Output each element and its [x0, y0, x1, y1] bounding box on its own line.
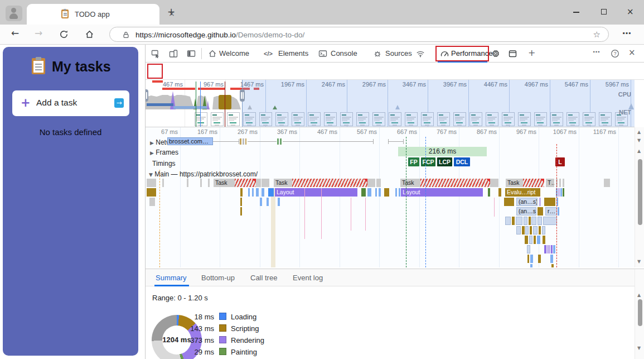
network-wifi-icon[interactable]	[415, 49, 424, 58]
flame-bar-anon[interactable]: (an…s)	[516, 207, 536, 216]
flame-bar-purplelt[interactable]	[539, 198, 541, 206]
flame-bar-script[interactable]	[538, 255, 541, 263]
browser-menu-icon[interactable]: …	[622, 26, 631, 36]
flame-bar-hatch[interactable]	[292, 179, 367, 187]
devtools-close-icon[interactable]: ×	[628, 47, 636, 58]
flame-bar-hatch[interactable]	[235, 179, 256, 187]
frames-track-label[interactable]: ▶ Frames	[150, 149, 178, 156]
flame-bar-purple[interactable]	[551, 245, 553, 253]
profile-avatar-icon[interactable]	[6, 6, 22, 21]
selection-handle-left[interactable]	[146, 89, 148, 102]
flame-bar-script[interactable]	[544, 198, 555, 206]
scroll-up-icon[interactable]: ▲	[637, 149, 641, 154]
flame-bar-anon[interactable]	[529, 236, 532, 244]
flame-bar-blue[interactable]	[367, 188, 371, 197]
flame-bar-blue[interactable]	[262, 188, 264, 197]
flame-bar-script[interactable]: Evalu…ript	[505, 188, 540, 197]
flame-bar-green[interactable]	[361, 188, 366, 197]
flame-bar-blue[interactable]	[267, 198, 269, 206]
flame-bar-script[interactable]	[512, 217, 515, 225]
screenshot-thumbnail[interactable]	[195, 112, 207, 126]
maximize-button[interactable]	[601, 9, 607, 15]
flame-bar-anon[interactable]	[516, 217, 522, 225]
flame-bar-anon[interactable]	[524, 217, 527, 225]
flame-bar-anon[interactable]	[527, 245, 530, 253]
forward-button[interactable]: →	[35, 27, 42, 39]
flame-bar-anon[interactable]	[531, 217, 536, 225]
flame-bar-blue[interactable]	[530, 264, 532, 267]
flame-bar-task[interactable]: T…	[546, 179, 554, 187]
flame-bar-blue[interactable]	[248, 188, 250, 197]
device-emulation-icon[interactable]	[169, 49, 178, 58]
window-close-button[interactable]: ×	[627, 7, 634, 17]
scroll-up-icon[interactable]: ▲	[637, 293, 641, 298]
timing-badge-lcp[interactable]: LCP	[437, 157, 452, 166]
timing-badge-fcp[interactable]: FCP	[421, 157, 435, 166]
flame-bar-task[interactable]	[147, 179, 156, 187]
tab-elements[interactable]: Elements	[278, 49, 308, 58]
drawer-tab-event-log[interactable]: Event log	[293, 274, 323, 282]
flame-bar-task[interactable]	[563, 179, 564, 187]
flame-bar-task[interactable]	[200, 179, 202, 187]
address-bar[interactable]: https://microsoftedge.github.io/Demos/de…	[109, 27, 609, 42]
flame-bar-blue[interactable]	[537, 236, 540, 244]
favorites-star-icon[interactable]: ☆	[593, 30, 601, 40]
flame-bar-script[interactable]	[522, 226, 525, 234]
minimize-button[interactable]	[573, 12, 579, 13]
flame-bar-blue[interactable]	[553, 245, 555, 253]
inspect-element-icon[interactable]	[151, 49, 160, 58]
flame-bar-layout[interactable]: Layout	[401, 188, 483, 197]
flame-bar-anon[interactable]	[505, 217, 511, 225]
flame-bar-purple[interactable]	[544, 245, 546, 253]
scrollbar-thumb[interactable]	[638, 299, 642, 326]
flame-bar-blue[interactable]	[256, 188, 259, 197]
drawer-tab-call-tree[interactable]: Call tree	[250, 274, 277, 282]
flame-bar-layout[interactable]: Layout	[275, 188, 357, 197]
flame-bar-script[interactable]	[498, 188, 501, 197]
timing-badge-dcl[interactable]: DCL	[454, 157, 470, 166]
add-task-input[interactable]: + Add a task →	[12, 90, 129, 116]
flame-bar-task[interactable]	[559, 179, 561, 187]
drawer-tab-summary[interactable]: Summary	[156, 274, 187, 282]
flame-bar-script[interactable]	[525, 236, 528, 244]
dock-layout-icon[interactable]	[187, 49, 196, 58]
flame-bar-blue[interactable]	[560, 188, 562, 197]
flame-bar-script[interactable]	[240, 188, 243, 197]
flame-bar-anon[interactable]	[516, 226, 521, 234]
tab-sources[interactable]: Sources	[385, 49, 412, 58]
flame-bar-task[interactable]	[262, 179, 269, 187]
flame-bar-purplelt[interactable]	[558, 188, 560, 197]
main-track-label[interactable]: ▼ Main — https://patrickbrosset.com/	[149, 170, 258, 178]
flame-bar-task[interactable]	[376, 179, 381, 187]
flame-bar-blue[interactable]	[395, 188, 397, 197]
screenshot-thumbnail[interactable]	[227, 112, 240, 126]
flame-bar-script[interactable]	[504, 198, 514, 206]
flame-bar-blue[interactable]	[260, 198, 262, 206]
devtools-menu-icon[interactable]: …	[593, 46, 600, 54]
flame-bar-green[interactable]	[563, 188, 564, 197]
help-icon[interactable]: ?	[611, 49, 619, 58]
scroll-down-icon[interactable]: ▼	[637, 346, 641, 351]
flame-bar-anon[interactable]: r…	[545, 207, 557, 216]
flame-bar-anon[interactable]	[533, 226, 538, 234]
more-tabs-button[interactable]: +	[528, 47, 535, 58]
flame-bar-task[interactable]	[162, 179, 164, 187]
tab-welcome[interactable]: Welcome	[219, 49, 249, 58]
screenshot-thumbnail[interactable]	[211, 112, 224, 126]
flame-bar-script[interactable]	[527, 255, 529, 263]
flame-bar-blue[interactable]	[558, 207, 559, 216]
flame-bar-task[interactable]	[187, 179, 188, 187]
flame-bar-green[interactable]	[488, 188, 490, 197]
flame-bar-blue[interactable]	[399, 188, 400, 197]
tab-performance[interactable]: Performance	[451, 49, 492, 58]
flame-bar-script[interactable]	[240, 207, 242, 216]
reload-button[interactable]	[59, 30, 69, 39]
flame-bar-blue[interactable]	[379, 188, 381, 197]
flame-bar-blue[interactable]	[530, 255, 533, 263]
scroll-down-icon[interactable]: ▼	[637, 259, 641, 264]
flame-bar-script[interactable]	[543, 236, 545, 244]
browser-tab[interactable]: TODO app ×	[27, 4, 159, 25]
selection-handle-right[interactable]	[240, 89, 245, 102]
flame-bar-script[interactable]	[147, 188, 156, 197]
timeline-tracks[interactable]: 67 ms167 ms267 ms367 ms467 ms567 ms667 m…	[146, 127, 635, 267]
